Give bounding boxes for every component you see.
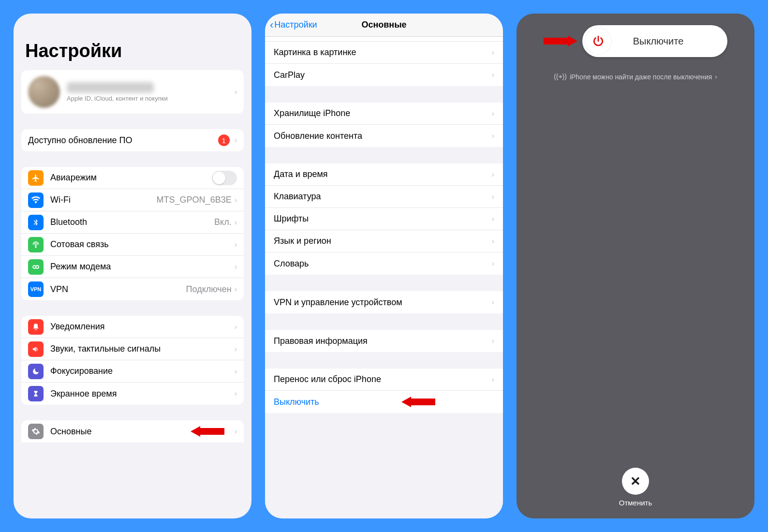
fonts-row[interactable]: Шрифты › xyxy=(265,208,503,230)
avatar xyxy=(28,76,60,108)
chevron-right-icon: › xyxy=(235,285,237,294)
settings-screen: Настройки Apple ID, iCloud, контент и по… xyxy=(14,14,251,518)
chevron-right-icon: › xyxy=(235,263,237,271)
chevron-right-icon: › xyxy=(492,48,494,57)
bluetooth-icon xyxy=(28,215,44,230)
close-icon: ✕ xyxy=(630,474,641,489)
chevron-right-icon: › xyxy=(235,367,237,376)
vpn-value: Подключен xyxy=(186,284,232,295)
svg-point-0 xyxy=(33,266,36,268)
hotspot-row[interactable]: Режим модема › xyxy=(21,256,244,278)
iphone-storage-row[interactable]: Хранилище iPhone › xyxy=(265,103,503,125)
chevron-right-icon: › xyxy=(235,136,237,145)
language-region-row[interactable]: Язык и регион › xyxy=(265,230,503,252)
chevron-right-icon: › xyxy=(492,170,494,179)
shutdown-row[interactable]: Выключить xyxy=(265,391,503,413)
transfer-reset-row[interactable]: Перенос или сброс iPhone › xyxy=(265,369,503,391)
speaker-icon xyxy=(28,341,44,357)
power-slider-knob[interactable] xyxy=(585,28,611,54)
chevron-right-icon: › xyxy=(235,88,237,96)
hourglass-icon xyxy=(28,386,44,401)
bluetooth-value: Вкл. xyxy=(214,217,232,227)
chevron-right-icon: › xyxy=(235,323,237,331)
software-update-row[interactable]: Доступно обновление ПО 1 › xyxy=(21,129,244,151)
slider-label: Выключите xyxy=(611,36,724,47)
wifi-icon xyxy=(28,192,44,208)
chevron-right-icon: › xyxy=(492,375,494,384)
chevron-right-icon: › xyxy=(492,132,494,140)
chevron-right-icon: › xyxy=(492,237,494,246)
software-update-label: Доступно обновление ПО xyxy=(28,135,218,146)
find-my-notice[interactable]: ((⌖)) iPhone можно найти даже после выкл… xyxy=(554,73,717,81)
gear-icon xyxy=(28,424,44,439)
highlight-arrow-icon xyxy=(544,36,577,46)
general-section: Основные › xyxy=(21,420,244,443)
notifications-row[interactable]: Уведомления › xyxy=(21,316,244,338)
wifi-value: MTS_GPON_6B3E xyxy=(157,195,232,205)
legal-row[interactable]: Правовая информация › xyxy=(265,330,503,352)
wifi-row[interactable]: Wi-Fi MTS_GPON_6B3E › xyxy=(21,189,244,211)
page-title: Настройки xyxy=(14,14,251,70)
carplay-row[interactable]: CarPlay › xyxy=(265,64,503,86)
apple-id-row[interactable]: Apple ID, iCloud, контент и покупки › xyxy=(21,70,244,114)
hotspot-icon xyxy=(28,259,44,275)
chevron-right-icon: › xyxy=(492,192,494,201)
sounds-row[interactable]: Звуки, тактильные сигналы › xyxy=(21,338,244,360)
back-button[interactable]: ‹ Настройки xyxy=(270,19,317,31)
chevron-right-icon: › xyxy=(235,427,237,436)
chevron-right-icon: › xyxy=(235,196,237,205)
cancel-button[interactable]: ✕ xyxy=(622,468,649,495)
chevron-right-icon: › xyxy=(492,109,494,118)
chevron-right-icon: › xyxy=(492,337,494,345)
dictionary-row[interactable]: Словарь › xyxy=(265,252,503,275)
cancel-label: Отменить xyxy=(619,499,652,507)
moon-icon xyxy=(28,364,44,379)
chevron-right-icon: › xyxy=(715,73,717,80)
apple-id-subtitle: Apple ID, iCloud, контент и покупки xyxy=(67,95,235,102)
alerts-section: Уведомления › Звуки, тактильные сигналы … xyxy=(21,316,244,405)
airplane-toggle[interactable] xyxy=(212,171,237,185)
cellular-icon xyxy=(28,237,44,252)
apple-id-name-blurred xyxy=(67,82,154,93)
svg-point-1 xyxy=(36,266,39,268)
chevron-right-icon: › xyxy=(235,389,237,398)
location-icon: ((⌖)) xyxy=(554,73,567,81)
power-icon xyxy=(592,35,605,47)
navbar: ‹ Настройки Основные xyxy=(265,14,503,37)
keyboard-row[interactable]: Клавиатура › xyxy=(265,186,503,208)
cellular-row[interactable]: Сотовая связь › xyxy=(21,234,244,256)
airplay-handoff-row[interactable]: AirPlay и Handoff xyxy=(265,37,503,42)
screentime-row[interactable]: Экранное время › xyxy=(21,383,244,405)
general-screen: ‹ Настройки Основные AirPlay и Handoff К… xyxy=(265,14,503,518)
bell-icon xyxy=(28,319,44,335)
chevron-right-icon: › xyxy=(492,298,494,307)
vpn-icon: VPN xyxy=(28,281,44,297)
update-badge: 1 xyxy=(218,134,230,146)
power-off-screen: Выключите ((⌖)) iPhone можно найти даже … xyxy=(517,14,754,518)
chevron-right-icon: › xyxy=(235,345,237,354)
chevron-right-icon: › xyxy=(235,240,237,249)
general-row[interactable]: Основные › xyxy=(21,420,244,443)
vpn-row[interactable]: VPN VPN Подключен › xyxy=(21,278,244,300)
background-refresh-row[interactable]: Обновление контента › xyxy=(265,125,503,147)
software-update-section: Доступно обновление ПО 1 › xyxy=(21,129,244,151)
airplane-mode-row[interactable]: Авиарежим xyxy=(21,167,244,189)
chevron-right-icon: › xyxy=(492,215,494,223)
apple-id-section: Apple ID, iCloud, контент и покупки › xyxy=(21,70,244,114)
bluetooth-row[interactable]: Bluetooth Вкл. › xyxy=(21,211,244,234)
chevron-left-icon: ‹ xyxy=(270,19,273,31)
chevron-right-icon: › xyxy=(492,71,494,79)
date-time-row[interactable]: Дата и время › xyxy=(265,163,503,186)
vpn-device-mgmt-row[interactable]: VPN и управление устройством › xyxy=(265,291,503,313)
pip-row[interactable]: Картинка в картинке › xyxy=(265,42,503,64)
airplane-icon xyxy=(28,170,44,186)
connectivity-section: Авиарежим Wi-Fi MTS_GPON_6B3E › Bluetoot… xyxy=(21,167,244,300)
chevron-right-icon: › xyxy=(235,218,237,227)
slide-to-power-off[interactable]: Выключите xyxy=(582,25,727,57)
chevron-right-icon: › xyxy=(492,259,494,268)
focus-row[interactable]: Фокусирование › xyxy=(21,360,244,383)
